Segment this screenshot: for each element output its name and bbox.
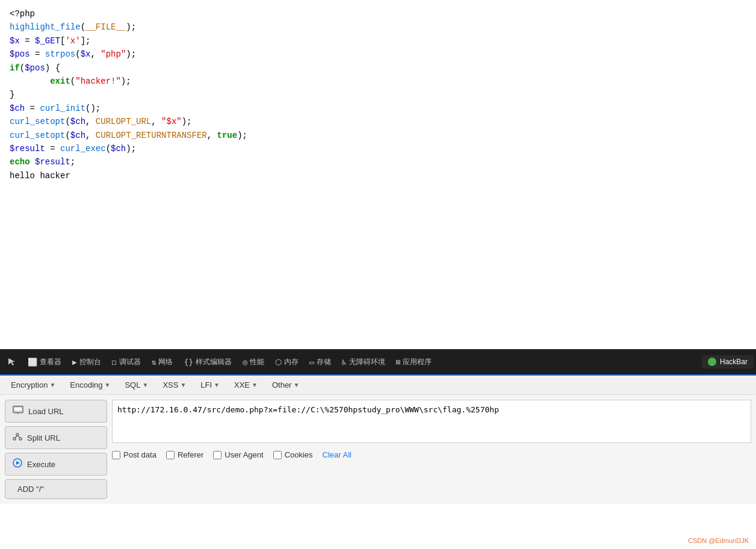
hackbar-tab-label: HackBar [720,358,748,366]
svg-point-5 [13,438,16,440]
hackbar-left-buttons: Load URLSplit URLExecuteADD "/" [5,400,107,499]
execute-label: Execute [27,460,55,469]
execute-button[interactable]: Execute [5,453,107,476]
devtools-item-console[interactable]: ▶控制台 [67,355,106,370]
network-icon: ⇅ [152,358,156,367]
devtools-label-style-editor: 样式编辑器 [196,357,232,367]
option-label-user-agent: User Agent [225,450,263,459]
checkbox-cookies[interactable] [273,451,282,459]
option-label-referer: Referer [178,450,203,459]
performance-icon: ◎ [243,358,247,367]
devtools-cursor-icon[interactable] [2,355,22,369]
menu-item-lfi[interactable]: LFI▼ [194,378,226,392]
menu-arrow-lfi: ▼ [214,382,220,388]
add-slash-button[interactable]: ADD "/" [5,479,107,499]
checkbox-user-agent[interactable] [213,451,222,459]
split-url-label: Split URL [27,433,60,442]
devtools-item-debugger[interactable]: ◻调试器 [107,355,146,370]
menu-label-encryption: Encryption [11,380,48,389]
menu-item-other[interactable]: Other▼ [266,378,305,392]
devtools-label-debugger: 调试器 [119,357,141,367]
code-display: <?phphighlight_file(__FILE__);$x = $_GET… [0,0,756,349]
execute-icon [13,458,22,470]
devtools-label-storage: 存储 [317,357,331,367]
footer-credit: CSDN @EdmunDJK [688,537,749,544]
menu-arrow-encryption: ▼ [49,382,55,388]
devtools-item-style-editor[interactable]: {}样式编辑器 [179,355,237,370]
inspector-icon: ⬜ [28,358,37,367]
load-url-label: Load URL [28,407,64,416]
load-url-button[interactable]: Load URL [5,400,107,423]
devtools-item-memory[interactable]: ⬡内存 [270,355,303,370]
devtools-bar: ⬜查看器▶控制台◻调试器⇅网络{}样式编辑器◎性能⬡内存▭存储♿无障碍环境⊞应用… [0,349,756,374]
option-post-data[interactable]: Post data [112,450,156,459]
menu-label-encoding: Encoding [70,380,102,389]
option-cookies[interactable]: Cookies [273,450,313,459]
option-label-post-data: Post data [123,450,156,459]
menu-label-sql: SQL [125,380,140,389]
devtools-item-performance[interactable]: ◎性能 [238,355,269,370]
menu-arrow-xss: ▼ [180,382,186,388]
menu-item-sql[interactable]: SQL▼ [119,378,154,392]
hackbar-right-area: Post dataRefererUser AgentCookiesClear A… [112,400,751,499]
devtools-label-console: 控制台 [79,357,101,367]
hackbar-menu: Encryption▼Encoding▼SQL▼XSS▼LFI▼XXE▼Othe… [0,376,756,395]
menu-label-lfi: LFI [200,380,212,389]
menu-label-xss: XSS [163,380,178,389]
devtools-label-performance: 性能 [250,357,264,367]
split-url-button[interactable]: Split URL [5,426,107,449]
option-referer[interactable]: Referer [166,450,203,459]
menu-arrow-encoding: ▼ [105,382,111,388]
devtools-item-inspector[interactable]: ⬜查看器 [23,355,66,370]
devtools-item-network[interactable]: ⇅网络 [147,355,178,370]
debugger-icon: ◻ [112,358,117,367]
hackbar-panel: Encryption▼Encoding▼SQL▼XSS▼LFI▼XXE▼Othe… [0,374,756,504]
devtools-label-network: 网络 [158,357,173,367]
menu-item-xss[interactable]: XSS▼ [156,378,192,392]
console-icon: ▶ [72,358,77,367]
svg-marker-10 [16,461,20,465]
option-label-cookies: Cookies [285,450,313,459]
option-user-agent[interactable]: User Agent [213,450,263,459]
checkbox-post-data[interactable] [112,451,120,459]
add-slash-label: ADD "/" [17,485,44,494]
application-icon: ⊞ [396,358,401,367]
menu-arrow-xxe: ▼ [252,382,258,388]
menu-label-other: Other [272,380,292,389]
svg-line-8 [17,436,20,438]
split-url-icon [13,432,22,444]
svg-point-6 [19,438,22,440]
style-editor-icon: {} [184,358,193,367]
storage-icon: ▭ [309,358,314,367]
devtools-item-storage[interactable]: ▭存储 [305,355,336,370]
menu-arrow-other: ▼ [293,382,299,388]
menu-label-xxe: XXE [234,380,250,389]
hackbar-tab[interactable]: HackBar [702,355,754,368]
url-input[interactable] [112,400,751,443]
load-url-icon [13,405,23,417]
accessibility-icon: ♿ [342,358,347,367]
devtools-label-inspector: 查看器 [40,357,61,367]
devtools-label-application: 应用程序 [403,357,432,367]
svg-line-7 [15,436,17,438]
menu-arrow-sql: ▼ [142,382,148,388]
devtools-label-memory: 内存 [284,357,299,367]
hackbar-main: Load URLSplit URLExecuteADD "/" Post dat… [0,395,756,504]
svg-point-3 [17,413,19,414]
svg-marker-0 [8,358,15,365]
svg-point-4 [16,433,19,436]
devtools-item-application[interactable]: ⊞应用程序 [391,355,437,370]
hackbar-indicator [708,358,716,366]
clear-all-button[interactable]: Clear All [323,450,352,459]
devtools-label-accessibility: 无障碍环境 [349,357,385,367]
svg-rect-2 [14,408,22,411]
devtools-item-accessibility[interactable]: ♿无障碍环境 [337,355,390,370]
menu-item-encryption[interactable]: Encryption▼ [5,378,61,392]
checkbox-referer[interactable] [166,451,175,459]
menu-item-encoding[interactable]: Encoding▼ [64,378,116,392]
hackbar-options: Post dataRefererUser AgentCookiesClear A… [112,448,751,462]
menu-item-xxe[interactable]: XXE▼ [228,378,264,392]
memory-icon: ⬡ [275,358,282,367]
